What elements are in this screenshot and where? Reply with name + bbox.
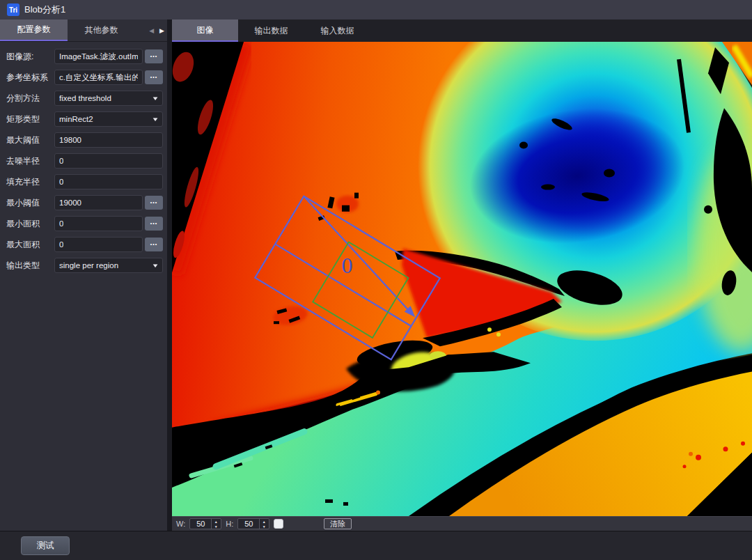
image-source-ellipsis-button[interactable]: •••: [145, 49, 163, 63]
height-stepper[interactable]: ▲ ▼: [237, 518, 269, 529]
title-bar: Tri Blob分析1: [0, 0, 752, 20]
field-row-rect-type: 矩形类型 minRect2▼: [4, 111, 163, 127]
black-speck: [604, 169, 615, 178]
max-area-ellipsis-button[interactable]: •••: [145, 238, 163, 251]
field-label: 分割方法: [4, 93, 54, 104]
width-input[interactable]: [190, 519, 211, 529]
field-label: 填充半径: [4, 176, 54, 188]
footer-bar: 测试: [0, 531, 752, 560]
tab-scroll-right-icon[interactable]: ▶: [159, 27, 164, 34]
viewer-tab-bar: 图像 输出数据 输入数据: [172, 20, 752, 42]
red-speck: [741, 442, 745, 446]
height-spin-buttons[interactable]: ▲ ▼: [259, 519, 268, 529]
tab-config-params[interactable]: 配置参数: [0, 20, 68, 41]
ref-frame-input[interactable]: c.自定义坐标系.输出的坐标系: [54, 70, 143, 85]
tab-input-data[interactable]: 输入数据: [304, 20, 370, 42]
depth-map-image[interactable]: 0: [172, 42, 752, 516]
field-row-min-threshold: 最小阈值 19000 •••: [4, 195, 163, 210]
black-speck: [541, 185, 555, 190]
ref-frame-ellipsis-button[interactable]: •••: [145, 70, 163, 84]
field-row-fill-radius: 填充半径 0: [4, 174, 163, 189]
segmentation-method-dropdown[interactable]: fixed threshold▼: [54, 91, 163, 106]
blob-region-id-label: 0: [341, 256, 353, 277]
config-form: 图像源: ImageTask.滤波.outImage ••• 参考坐标系 c.自…: [0, 42, 167, 279]
tab-other-params[interactable]: 其他参数: [68, 20, 135, 41]
spin-down-icon[interactable]: ▼: [260, 524, 268, 529]
field-label: 去噪半径: [4, 155, 54, 167]
red-speck: [723, 446, 728, 451]
yellow-speck: [496, 332, 501, 336]
panel-splitter[interactable]: [167, 20, 172, 531]
denoise-radius-input[interactable]: 0: [54, 153, 163, 169]
spin-down-icon[interactable]: ▼: [212, 524, 220, 529]
field-label: 最大阈值: [4, 134, 54, 146]
field-label: 最小面积: [4, 218, 54, 230]
tab-scroll-left-icon[interactable]: ◀: [149, 27, 154, 34]
viewer-toolbar: W: ▲ ▼ H: ▲ ▼ 清除: [172, 516, 752, 531]
app-window: Tri Blob分析1 配置参数 其他参数 ◀ ▶ 图像源: ImageTask…: [0, 0, 752, 560]
black-speck: [519, 141, 528, 148]
height-label: H:: [226, 520, 233, 528]
config-tab-bar: 配置参数 其他参数 ◀ ▶: [0, 20, 167, 42]
black-speck: [704, 205, 712, 214]
depth-image-canvas[interactable]: 0: [172, 42, 752, 516]
tab-scroll-nav: ◀ ▶: [149, 20, 164, 41]
window-title: Blob分析1: [24, 3, 65, 16]
spin-up-icon[interactable]: ▲: [260, 519, 268, 524]
black-speck: [325, 499, 333, 503]
max-area-input[interactable]: 0: [54, 237, 143, 252]
field-row-segmentation: 分割方法 fixed threshold▼: [4, 91, 163, 106]
field-row-denoise-radius: 去噪半径 0: [4, 153, 163, 169]
black-speck: [274, 321, 279, 324]
field-label: 图像源:: [4, 51, 54, 63]
black-speck: [342, 205, 350, 212]
field-label: 矩形类型: [4, 114, 54, 125]
black-speck: [354, 193, 359, 199]
test-button[interactable]: 测试: [21, 536, 70, 555]
clear-button[interactable]: 清除: [324, 518, 352, 529]
black-speck: [343, 502, 348, 506]
draw-mode-checkbox[interactable]: [274, 519, 283, 529]
min-threshold-ellipsis-button[interactable]: •••: [145, 196, 163, 210]
field-label: 输出类型: [4, 260, 54, 272]
width-label: W:: [176, 520, 185, 528]
image-source-input[interactable]: ImageTask.滤波.outImage: [54, 49, 143, 64]
config-panel: 配置参数 其他参数 ◀ ▶ 图像源: ImageTask.滤波.outImage…: [0, 20, 167, 531]
tab-output-data[interactable]: 输出数据: [238, 20, 304, 42]
red-speck: [683, 465, 687, 468]
width-stepper[interactable]: ▲ ▼: [189, 518, 221, 529]
orange-speck: [376, 390, 380, 394]
red-speck: [696, 455, 701, 460]
yellow-speck: [487, 327, 492, 332]
chevron-down-icon: ▼: [151, 95, 159, 102]
height-input[interactable]: [238, 519, 259, 529]
field-row-ref-frame: 参考坐标系 c.自定义坐标系.输出的坐标系 •••: [4, 70, 163, 85]
max-threshold-input[interactable]: 19800: [54, 132, 163, 148]
min-threshold-input[interactable]: 19000: [54, 195, 143, 210]
field-label: 最大面积: [4, 239, 54, 251]
min-area-input[interactable]: 0: [54, 216, 143, 231]
spin-up-icon[interactable]: ▲: [212, 519, 220, 524]
field-row-max-threshold: 最大阈值 19800: [4, 132, 163, 148]
viewer-panel: 图像 输出数据 输入数据: [172, 20, 752, 531]
field-row-output-type: 输出类型 single per region▼: [4, 258, 163, 273]
output-type-dropdown[interactable]: single per region▼: [54, 258, 163, 273]
min-area-ellipsis-button[interactable]: •••: [145, 217, 163, 231]
chevron-down-icon: ▼: [151, 263, 159, 269]
rect-type-dropdown[interactable]: minRect2▼: [54, 111, 163, 127]
tab-image[interactable]: 图像: [172, 20, 238, 42]
app-logo-icon: Tri: [7, 3, 19, 16]
fill-radius-input[interactable]: 0: [54, 174, 163, 189]
width-spin-buttons[interactable]: ▲ ▼: [211, 519, 220, 529]
field-label: 参考坐标系: [4, 72, 54, 84]
orange-speck: [689, 452, 693, 456]
chevron-down-icon: ▼: [151, 116, 159, 123]
field-label: 最小阈值: [4, 197, 54, 209]
field-row-min-area: 最小面积 0 •••: [4, 216, 163, 231]
field-row-image-source: 图像源: ImageTask.滤波.outImage •••: [4, 49, 163, 64]
field-row-max-area: 最大面积 0 •••: [4, 237, 163, 252]
